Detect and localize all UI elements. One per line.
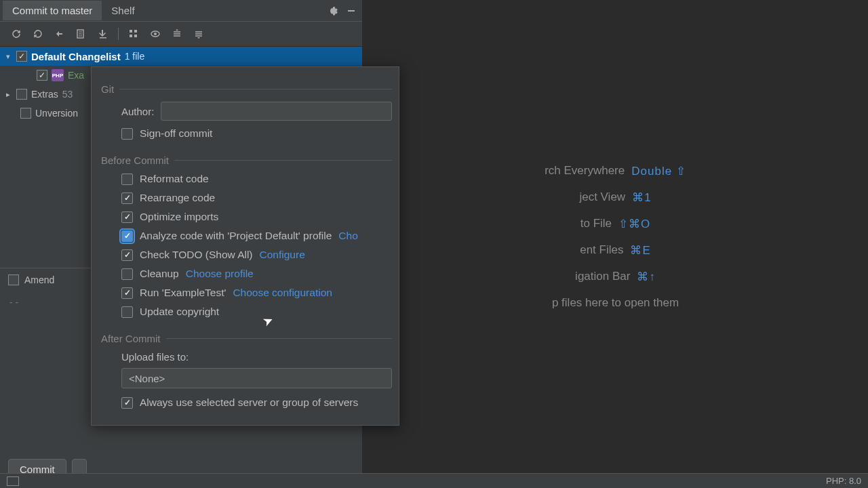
hint-project-view: ject View⌘1: [579, 190, 651, 205]
checkbox[interactable]: [121, 397, 133, 409]
hint-search-everywhere: rch EverywhereDouble ⇧: [545, 164, 686, 178]
extras-label: Extras: [31, 89, 58, 100]
signoff-label: Sign-off commit: [140, 127, 212, 140]
run-config-link[interactable]: Choose configuration: [233, 287, 332, 299]
amend-checkbox[interactable]: [8, 274, 19, 285]
tool-window-icon[interactable]: [7, 476, 19, 486]
hint-recent-files: ent Files⌘E: [580, 243, 651, 258]
todo-label: Check TODO (Show All): [140, 249, 253, 261]
signoff-option[interactable]: Sign-off commit: [121, 127, 392, 140]
group-icon[interactable]: [127, 27, 140, 41]
author-field-row: Author:: [121, 102, 392, 121]
php-version-label[interactable]: PHP: 8.0: [826, 476, 861, 486]
reformat-option[interactable]: Reformat code: [121, 173, 392, 185]
author-label: Author:: [121, 106, 154, 117]
checkbox[interactable]: [121, 192, 133, 204]
svg-rect-3: [134, 30, 137, 33]
run-option[interactable]: Run 'ExampleTest' Choose configuration: [121, 287, 392, 299]
rearrange-option[interactable]: Rearrange code: [121, 192, 392, 204]
chevron-right-icon[interactable]: ▸: [4, 90, 12, 99]
upload-label: Upload files to:: [121, 351, 392, 363]
checkbox[interactable]: [121, 211, 133, 223]
checkbox[interactable]: [37, 70, 47, 81]
todo-configure-link[interactable]: Configure: [260, 249, 305, 261]
checkbox[interactable]: [121, 230, 133, 242]
checkbox[interactable]: [16, 89, 27, 100]
after-commit-header: After Commit: [101, 333, 392, 344]
expand-icon[interactable]: [170, 27, 184, 41]
upload-select[interactable]: <None>: [121, 368, 392, 388]
checkbox[interactable]: [121, 174, 133, 185]
file-name: Exa: [68, 70, 84, 81]
always-server-option[interactable]: Always use selected server or group of s…: [121, 396, 392, 409]
checkbox[interactable]: [121, 128, 133, 140]
editor-empty-state: rch EverywhereDouble ⇧ ject View⌘1 to Fi…: [363, 0, 868, 473]
rearrange-label: Rearrange code: [140, 192, 215, 204]
always-server-label: Always use selected server or group of s…: [140, 396, 358, 409]
analyze-option[interactable]: Analyze code with 'Project Default' prof…: [121, 230, 392, 242]
svg-rect-5: [134, 35, 137, 37]
tab-shelf[interactable]: Shelf: [102, 1, 144, 20]
svg-rect-2: [130, 30, 132, 33]
analyze-label: Analyze code with 'Project Default' prof…: [140, 230, 332, 242]
view-icon[interactable]: [149, 27, 162, 41]
chevron-down-icon[interactable]: ▾: [4, 52, 12, 61]
minimize-icon[interactable]: [343, 3, 359, 19]
collapse-icon[interactable]: [192, 27, 205, 41]
hint-goto-file: to File⇧⌘O: [580, 217, 651, 231]
checkbox[interactable]: [16, 51, 27, 62]
analyze-choose-link[interactable]: Cho: [338, 230, 357, 242]
checkbox[interactable]: [121, 287, 133, 299]
cleanup-profile-link[interactable]: Choose profile: [186, 268, 254, 280]
copyright-option[interactable]: Update copyright: [121, 306, 392, 318]
run-label: Run 'ExampleTest': [140, 287, 226, 299]
changelist-count: 1 file: [125, 51, 145, 62]
copyright-label: Update copyright: [140, 306, 219, 318]
changelist-name: Default Changelist: [31, 51, 121, 62]
optimize-label: Optimize imports: [140, 211, 218, 223]
cleanup-label: Cleanup: [140, 268, 179, 280]
checkbox[interactable]: [20, 108, 31, 119]
cleanup-option[interactable]: Cleanup Choose profile: [121, 268, 392, 280]
extras-count: 53: [62, 89, 73, 100]
hint-drop-files: p files here to open them: [552, 296, 679, 310]
hint-nav-bar: igation Bar⌘↑: [575, 270, 656, 284]
changelist-row[interactable]: ▾ Default Changelist 1 file: [0, 47, 362, 66]
todo-option[interactable]: Check TODO (Show All) Configure: [121, 249, 392, 261]
svg-rect-4: [130, 35, 132, 37]
author-input[interactable]: [161, 102, 392, 121]
commit-tabs: Commit to master Shelf: [0, 0, 362, 22]
commit-toolbar: [0, 22, 362, 47]
rollback-icon[interactable]: [31, 27, 45, 41]
diff-icon[interactable]: [53, 27, 66, 41]
tab-commit[interactable]: Commit to master: [3, 1, 102, 20]
checkbox[interactable]: [121, 249, 133, 261]
changelist-icon[interactable]: [75, 27, 88, 41]
status-bar: PHP: 8.0: [0, 473, 868, 488]
checkbox[interactable]: [121, 306, 133, 318]
unversioned-label: Unversion: [35, 108, 78, 119]
git-section-header: Git: [101, 83, 392, 95]
gear-icon[interactable]: [324, 3, 340, 19]
download-icon[interactable]: [96, 27, 110, 41]
commit-options-popup: Git Author: Sign-off commit Before Commi…: [91, 66, 399, 426]
php-file-icon: PHP: [52, 69, 64, 81]
amend-label: Amend: [24, 274, 54, 285]
checkbox[interactable]: [121, 268, 133, 280]
reformat-label: Reformat code: [140, 173, 209, 185]
optimize-option[interactable]: Optimize imports: [121, 211, 392, 223]
before-commit-header: Before Commit: [101, 155, 392, 166]
svg-point-7: [154, 33, 157, 35]
refresh-icon[interactable]: [9, 27, 23, 41]
svg-rect-0: [348, 10, 355, 12]
